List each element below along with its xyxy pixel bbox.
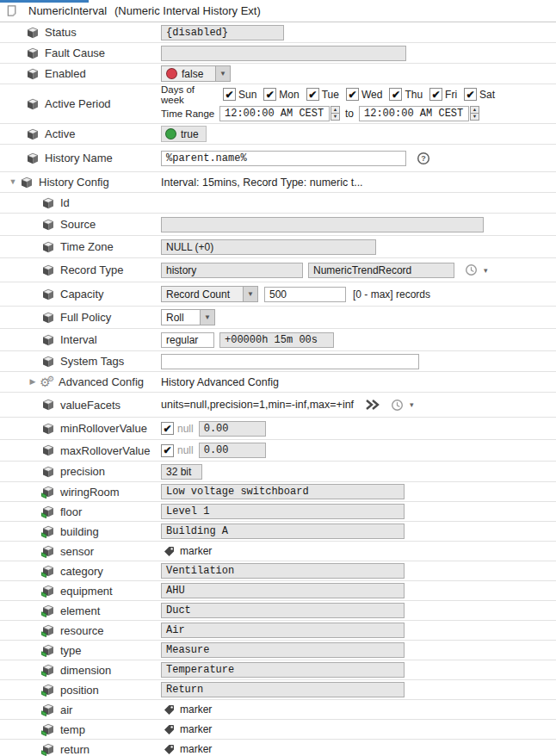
- row-value: Roll ▼: [161, 309, 556, 325]
- dropdown-arrow-icon[interactable]: ▼: [244, 286, 258, 302]
- property-icon: [41, 218, 55, 232]
- advanced-config-label: Advanced Config: [59, 375, 144, 388]
- collapse-icon[interactable]: ▼: [6, 178, 20, 186]
- property-row-sensor: sensor marker: [0, 542, 556, 561]
- element-field: Duct: [161, 603, 405, 618]
- dropdown-arrow-icon[interactable]: ▼: [201, 309, 215, 325]
- day-checkbox-wed[interactable]: ✔: [346, 88, 359, 101]
- time-zone-label: Time Zone: [60, 240, 114, 253]
- expand-icon[interactable]: ▶: [26, 378, 40, 386]
- active-label: Active: [45, 127, 75, 140]
- row-left: Capacity: [0, 288, 161, 301]
- sensor-marker-label: marker: [180, 545, 212, 557]
- row-value: units=null,precision=1,min=-inf,max=+inf…: [161, 399, 556, 412]
- help-icon[interactable]: ?: [417, 152, 430, 165]
- tag-property-icon: [41, 505, 55, 518]
- dropdown-arrow-icon[interactable]: ▾: [410, 400, 414, 409]
- air-marker-label: marker: [180, 703, 212, 716]
- day-checkbox-fri[interactable]: ✔: [429, 88, 442, 101]
- min-rollover-value-field: 0.00: [199, 421, 266, 437]
- capacity-mode-dropdown[interactable]: Record Count ▼: [161, 286, 258, 302]
- row-value: marker: [161, 723, 556, 735]
- component-type: (Numeric Interval History Ext): [114, 4, 261, 17]
- dimension-label: dimension: [60, 664, 111, 677]
- row-value: Interval: 15mins, Record Type: numeric t…: [161, 177, 556, 189]
- property-row-building: building Building A: [0, 522, 556, 542]
- null-label: null: [177, 423, 194, 435]
- row-value: {disabled}: [161, 25, 556, 40]
- time-range-end-input[interactable]: 12:00:00 AM CEST: [359, 106, 469, 121]
- dropdown-arrow-icon[interactable]: ▾: [484, 266, 488, 275]
- property-row-category: category Ventilation: [0, 561, 556, 581]
- row-value: Building A: [161, 524, 556, 539]
- row-value: Duct: [161, 603, 556, 618]
- tag-property-icon: [41, 722, 55, 736]
- record-type-record-field: NumericTrendRecord: [308, 263, 454, 278]
- row-left: Record Type: [0, 263, 161, 277]
- wiring-room-label: wiringRoom: [60, 486, 120, 499]
- property-row-active: Active true: [0, 124, 556, 145]
- row-left: Source: [0, 218, 161, 232]
- row-left: category: [0, 564, 161, 578]
- record-type-label: Record Type: [60, 263, 123, 276]
- full-policy-dropdown[interactable]: Roll ▼: [161, 309, 215, 325]
- tag-property-icon: [41, 584, 55, 598]
- edit-facets-icon[interactable]: [364, 399, 380, 411]
- dropdown-arrow-icon[interactable]: ▼: [216, 65, 231, 82]
- tag-property-icon: [41, 643, 55, 657]
- row-left: History Name: [0, 152, 161, 165]
- row-value: Air: [161, 623, 556, 638]
- property-icon: [41, 311, 55, 325]
- row-left: position: [0, 683, 161, 697]
- day-label-thu: Thu: [405, 89, 423, 101]
- system-tags-label: System Tags: [60, 355, 124, 368]
- tag-property-icon: [41, 604, 55, 617]
- gears-icon: ⚙⚙: [40, 376, 54, 388]
- resource-label: resource: [60, 624, 104, 637]
- day-checkbox-mon[interactable]: ✔: [263, 88, 276, 101]
- clock-icon[interactable]: [391, 399, 404, 412]
- row-value: marker: [161, 703, 556, 716]
- status-label: Status: [45, 26, 77, 39]
- null-label: null: [177, 444, 194, 456]
- fault-cause-field: [161, 46, 406, 61]
- time-spinner-icon[interactable]: ▲▼: [331, 106, 340, 121]
- property-row-value-facets: valueFacets units=null,precision=1,min=-…: [0, 393, 556, 418]
- row-left: equipment: [0, 584, 161, 598]
- property-icon: [26, 97, 40, 111]
- row-value: Ventilation: [161, 563, 556, 579]
- property-icon: [41, 355, 55, 369]
- day-checkbox-thu[interactable]: ✔: [389, 88, 402, 101]
- time-range-start-input[interactable]: 12:00:00 AM CEST: [219, 106, 330, 121]
- row-left: floor: [0, 505, 161, 518]
- property-row-enabled: Enabled false ▼: [0, 64, 556, 84]
- enabled-dropdown[interactable]: false ▼: [161, 65, 231, 82]
- time-spinner-icon[interactable]: ▲▼: [470, 106, 479, 121]
- row-value: ✔ null0.00: [161, 443, 556, 458]
- capacity-input[interactable]: 500: [264, 287, 346, 302]
- temp-marker-label: marker: [180, 723, 212, 735]
- property-icon: [41, 333, 55, 347]
- system-tags-input[interactable]: [161, 354, 419, 369]
- max-rollover-value-null-checkbox[interactable]: ✔: [161, 444, 174, 457]
- row-value: true: [161, 126, 556, 142]
- top-accent-bar: [0, 0, 89, 3]
- min-rollover-value-null-checkbox[interactable]: ✔: [161, 422, 174, 435]
- day-label-wed: Wed: [361, 89, 382, 101]
- day-checkbox-sun[interactable]: ✔: [223, 88, 236, 101]
- day-checkbox-tue[interactable]: ✔: [306, 88, 319, 101]
- interval-mode-input[interactable]: regular: [161, 332, 214, 348]
- property-icon: [41, 443, 55, 457]
- row-left: Interval: [0, 333, 161, 347]
- clock-icon[interactable]: [465, 263, 478, 276]
- row-left: ▶⚙⚙Advanced Config: [0, 375, 161, 388]
- row-value: historyNumericTrendRecord▾: [161, 263, 556, 278]
- category-field: Ventilation: [161, 563, 405, 579]
- day-label-mon: Mon: [279, 89, 299, 101]
- day-checkbox-sat[interactable]: ✔: [464, 88, 477, 101]
- history-name-input[interactable]: %parent.name%: [161, 151, 406, 166]
- property-row-element: element Duct: [0, 601, 556, 621]
- property-icon: [26, 26, 40, 40]
- interval-label: Interval: [60, 333, 97, 346]
- record-type-system-field: history: [161, 263, 303, 278]
